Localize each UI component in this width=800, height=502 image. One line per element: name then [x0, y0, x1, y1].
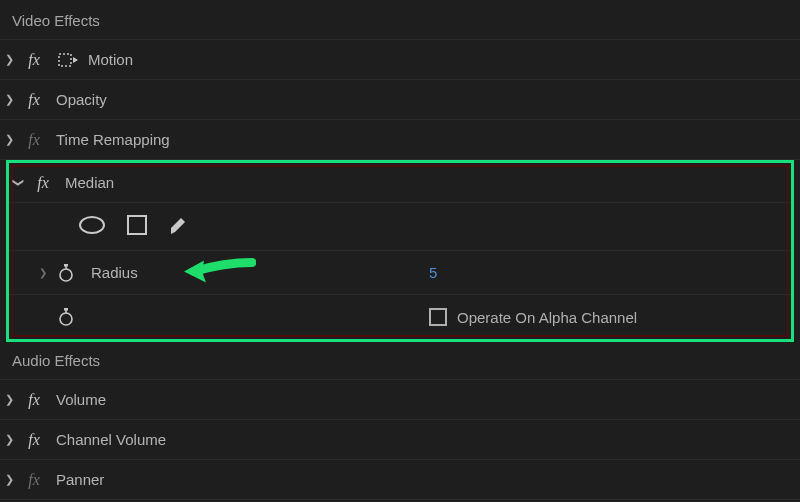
effect-row-panner[interactable]: ❯ fx Panner [0, 460, 800, 500]
chevron-right-icon[interactable]: ❯ [37, 267, 49, 278]
chevron-down-icon[interactable]: ❯ [12, 176, 25, 190]
chevron-right-icon[interactable]: ❯ [2, 53, 16, 66]
radius-property-row[interactable]: ❯ Radius 5 [9, 251, 791, 295]
fx-badge-icon[interactable]: fx [22, 131, 46, 149]
audio-effects-header: Audio Effects [0, 342, 800, 380]
fx-badge-icon[interactable]: fx [22, 51, 46, 69]
effect-row-opacity[interactable]: ❯ fx Opacity [0, 80, 800, 120]
radius-value[interactable]: 5 [429, 264, 437, 281]
stopwatch-icon[interactable] [57, 264, 75, 282]
fx-badge-icon[interactable]: fx [31, 174, 55, 192]
svg-point-8 [60, 313, 72, 325]
fx-badge-icon[interactable]: fx [22, 391, 46, 409]
fx-badge-icon[interactable]: fx [22, 471, 46, 489]
mask-tools-row [9, 203, 791, 251]
svg-point-4 [60, 269, 72, 281]
effect-row-motion[interactable]: ❯ fx Motion [0, 40, 800, 80]
chevron-right-icon[interactable]: ❯ [2, 473, 16, 486]
motion-transform-icon[interactable] [56, 51, 78, 69]
opacity-label: Opacity [56, 91, 107, 108]
svg-point-2 [80, 217, 104, 233]
effect-row-time-remapping[interactable]: ❯ fx Time Remapping [0, 120, 800, 160]
svg-rect-3 [128, 216, 146, 234]
panner-label: Panner [56, 471, 104, 488]
median-label: Median [65, 174, 114, 191]
chevron-right-icon[interactable]: ❯ [2, 133, 16, 146]
chevron-right-icon[interactable]: ❯ [2, 433, 16, 446]
alpha-checkbox[interactable] [429, 308, 447, 326]
pen-mask-icon[interactable] [167, 214, 189, 239]
ellipse-mask-icon[interactable] [77, 214, 107, 239]
effect-row-median[interactable]: ❯ fx Median [9, 163, 791, 203]
stopwatch-icon[interactable] [57, 308, 75, 326]
effect-controls-panel: Video Effects ❯ fx Motion ❯ fx Opacity ❯… [0, 0, 800, 500]
svg-rect-0 [59, 54, 71, 66]
video-effects-title: Video Effects [12, 12, 100, 29]
median-highlight: ❯ fx Median ❯ Radius [6, 160, 794, 342]
effect-row-volume[interactable]: ❯ fx Volume [0, 380, 800, 420]
fx-badge-icon[interactable]: fx [22, 91, 46, 109]
volume-label: Volume [56, 391, 106, 408]
video-effects-header: Video Effects [0, 6, 800, 40]
effect-row-channel-volume[interactable]: ❯ fx Channel Volume [0, 420, 800, 460]
svg-marker-1 [73, 57, 78, 63]
channel-volume-label: Channel Volume [56, 431, 166, 448]
annotation-arrow-icon [184, 256, 256, 289]
alpha-property-row[interactable]: ❯ Operate On Alpha Channel [9, 295, 791, 339]
radius-label: Radius [91, 264, 138, 281]
motion-label: Motion [88, 51, 133, 68]
time-remapping-label: Time Remapping [56, 131, 170, 148]
fx-badge-icon[interactable]: fx [22, 431, 46, 449]
rectangle-mask-icon[interactable] [125, 214, 149, 239]
alpha-label: Operate On Alpha Channel [457, 309, 637, 326]
audio-effects-title: Audio Effects [12, 352, 100, 369]
chevron-right-icon[interactable]: ❯ [2, 93, 16, 106]
chevron-right-icon[interactable]: ❯ [2, 393, 16, 406]
